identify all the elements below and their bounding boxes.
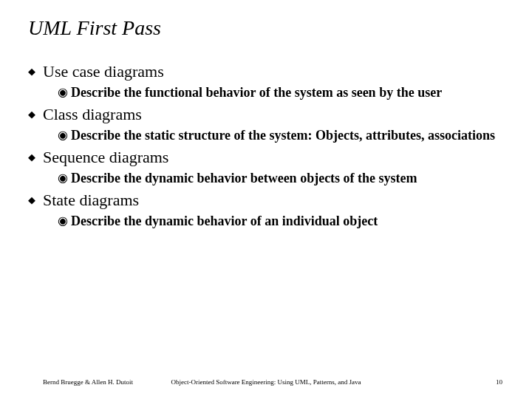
slide-title: UML First Pass xyxy=(28,16,508,40)
circle-bullet-icon: ◉ xyxy=(58,127,71,143)
sub-list-item-label: Describe the functional behavior of the … xyxy=(71,84,442,100)
circle-bullet-icon: ◉ xyxy=(58,213,71,229)
circle-bullet-icon: ◉ xyxy=(58,170,71,186)
sub-list-item-label: Describe the dynamic behavior between ob… xyxy=(71,170,417,186)
footer-title: Object-Oriented Software Engineering: Us… xyxy=(0,378,532,386)
diamond-bullet-icon: ◆ xyxy=(27,62,43,81)
slide-content: ◆ Use case diagrams ◉ Describe the funct… xyxy=(24,62,508,229)
list-item: ◆ Class diagrams xyxy=(27,105,508,124)
list-item: ◆ Sequence diagrams xyxy=(27,148,508,167)
diamond-bullet-icon: ◆ xyxy=(27,191,43,210)
list-item-label: Class diagrams xyxy=(43,105,142,124)
diamond-bullet-icon: ◆ xyxy=(27,105,43,124)
footer-page-number: 10 xyxy=(496,378,502,386)
sub-list-item: ◉ Describe the dynamic behavior between … xyxy=(58,170,508,186)
sub-list-item: ◉ Describe the dynamic behavior of an in… xyxy=(58,213,508,229)
sub-list-item-label: Describe the static structure of the sys… xyxy=(71,127,495,143)
sub-list-item: ◉ Describe the static structure of the s… xyxy=(58,127,508,143)
list-item-label: State diagrams xyxy=(43,191,139,210)
circle-bullet-icon: ◉ xyxy=(58,84,71,100)
sub-list-item: ◉ Describe the functional behavior of th… xyxy=(58,84,508,100)
sub-list-item-label: Describe the dynamic behavior of an indi… xyxy=(71,213,378,229)
list-item: ◆ Use case diagrams xyxy=(27,62,508,81)
slide: UML First Pass ◆ Use case diagrams ◉ Des… xyxy=(0,0,532,399)
list-item: ◆ State diagrams xyxy=(27,191,508,210)
list-item-label: Sequence diagrams xyxy=(43,148,168,167)
diamond-bullet-icon: ◆ xyxy=(27,148,43,167)
list-item-label: Use case diagrams xyxy=(43,62,164,81)
